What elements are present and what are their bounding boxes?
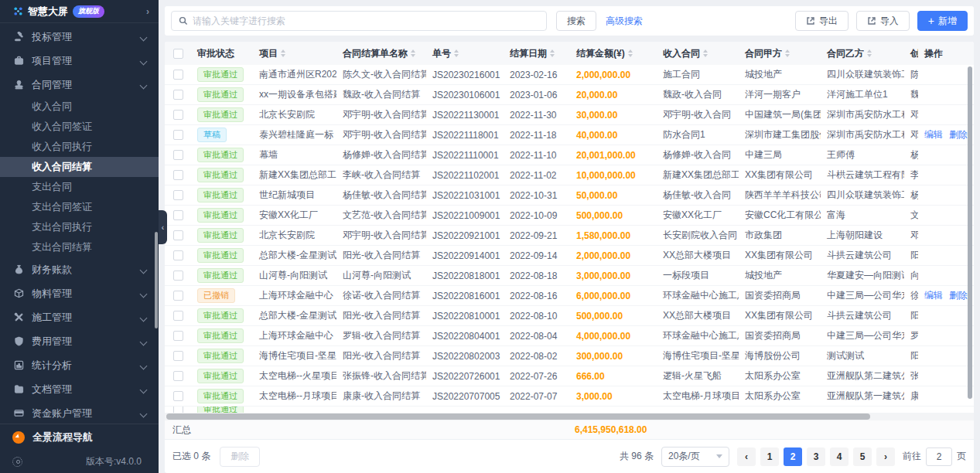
sort-icon[interactable] bbox=[867, 49, 872, 57]
advanced-search-link[interactable]: 高级搜索 bbox=[606, 15, 643, 28]
page-size-select[interactable]: 20条/页 bbox=[661, 447, 729, 467]
sort-icon[interactable] bbox=[550, 49, 555, 57]
sidebar-item[interactable]: 财务账款 bbox=[0, 257, 159, 281]
page-button[interactable]: 5 bbox=[853, 447, 872, 466]
status-badge: 审批通过 bbox=[197, 107, 244, 122]
row-checkbox[interactable] bbox=[173, 230, 183, 240]
header-party-a[interactable]: 合同甲方 bbox=[739, 42, 821, 65]
row-checkbox[interactable] bbox=[173, 351, 183, 361]
row-checkbox[interactable] bbox=[173, 210, 183, 220]
sort-icon[interactable] bbox=[411, 49, 415, 57]
add-button[interactable]: + 新增 bbox=[917, 11, 968, 31]
header-amount[interactable]: 结算金额(¥) bbox=[570, 42, 657, 65]
header-party-b[interactable]: 合同乙方 bbox=[821, 42, 904, 65]
cell-creator: 文 bbox=[904, 206, 918, 225]
row-checkbox[interactable] bbox=[173, 291, 183, 301]
cell-date: 2023-01-06 bbox=[504, 85, 570, 104]
select-all-checkbox[interactable] bbox=[173, 49, 183, 59]
row-checkbox[interactable] bbox=[173, 331, 183, 341]
cell-creator: 向 bbox=[904, 266, 918, 285]
page-button[interactable]: 3 bbox=[807, 447, 825, 466]
cell-no: JS20220726001 bbox=[426, 366, 504, 386]
cell-amount: 500,000.00 bbox=[570, 206, 657, 225]
page-button[interactable]: 1 bbox=[760, 447, 779, 466]
row-checkbox[interactable] bbox=[173, 250, 183, 260]
sidebar-item[interactable]: 资金账户管理 bbox=[0, 401, 159, 424]
row-checkbox[interactable] bbox=[173, 407, 183, 413]
delete-link[interactable]: 删除 bbox=[949, 128, 968, 141]
row-checkbox[interactable] bbox=[173, 170, 183, 180]
delete-selected-button[interactable]: 删除 bbox=[220, 447, 260, 467]
delete-link[interactable]: 删除 bbox=[949, 289, 968, 302]
row-checkbox[interactable] bbox=[173, 391, 183, 401]
search-button[interactable]: 搜索 bbox=[556, 11, 596, 31]
export-button[interactable]: 导出 bbox=[795, 11, 849, 31]
header-project[interactable]: 项目 bbox=[253, 42, 336, 65]
page-button[interactable]: 2 bbox=[784, 447, 802, 466]
gear-icon[interactable] bbox=[12, 457, 22, 467]
edit-link[interactable]: 编辑 bbox=[924, 289, 943, 302]
sidebar-item[interactable]: 费用管理 bbox=[0, 329, 159, 353]
prev-page-button[interactable]: ‹ bbox=[737, 447, 756, 466]
sidebar-subitem[interactable]: 收入合同签证 bbox=[0, 117, 159, 137]
sidebar-collapse-handle[interactable]: ‹ bbox=[159, 210, 167, 244]
sidebar-item-panorama[interactable]: 全景流程导航 bbox=[0, 424, 159, 450]
sidebar-item[interactable]: 投标管理 bbox=[0, 25, 159, 49]
sort-icon[interactable] bbox=[281, 49, 285, 57]
sidebar-subitem[interactable]: 支出合同 bbox=[0, 177, 159, 197]
app-logo[interactable]: 智慧大屏 旗舰版 › bbox=[0, 0, 159, 23]
sidebar-item[interactable]: 施工管理 bbox=[0, 305, 159, 329]
next-page-button[interactable]: › bbox=[876, 447, 895, 466]
cell-creator: 杨 bbox=[904, 145, 918, 165]
sort-icon[interactable] bbox=[628, 49, 633, 57]
sort-icon[interactable] bbox=[703, 49, 708, 57]
sort-icon[interactable] bbox=[454, 49, 459, 57]
sidebar-scrollbar[interactable] bbox=[155, 232, 158, 328]
row-checkbox[interactable] bbox=[173, 110, 183, 120]
page-button[interactable]: 4 bbox=[830, 447, 849, 466]
row-checkbox[interactable] bbox=[173, 271, 183, 281]
sidebar-item[interactable]: 合同管理 bbox=[0, 73, 159, 97]
edit-link[interactable]: 编辑 bbox=[924, 128, 943, 141]
row-checkbox[interactable] bbox=[173, 70, 183, 80]
header-income-contract[interactable]: 收入合同 bbox=[657, 42, 739, 65]
status-badge: 审批通过 bbox=[197, 228, 244, 243]
header-name[interactable]: 合同结算单名称 bbox=[336, 42, 426, 65]
cell-date: 2022-08-18 bbox=[504, 266, 570, 285]
vertical-scrollbar[interactable] bbox=[968, 66, 972, 399]
sidebar-subitem[interactable]: 支出合同执行 bbox=[0, 217, 159, 237]
row-checkbox[interactable] bbox=[173, 190, 183, 200]
sort-icon[interactable] bbox=[785, 49, 790, 57]
sidebar-item[interactable]: 统计分析 bbox=[0, 353, 159, 377]
cell-name: 杨修婵-收入合同结算 bbox=[336, 145, 426, 165]
sidebar-subitem[interactable]: 收入合同执行 bbox=[0, 137, 159, 157]
sidebar-subitem[interactable]: 支出合同签证 bbox=[0, 197, 159, 217]
sidebar-subitem[interactable]: 支出合同结算 bbox=[0, 237, 159, 257]
header-creator[interactable]: 创建人 bbox=[904, 42, 918, 65]
search-input[interactable] bbox=[193, 15, 539, 26]
sidebar-item[interactable]: 物料管理 bbox=[0, 281, 159, 305]
import-button[interactable]: 导入 bbox=[856, 11, 910, 31]
row-checkbox[interactable] bbox=[173, 90, 183, 100]
row-checkbox[interactable] bbox=[173, 150, 183, 160]
cell-no: JS20220804001 bbox=[426, 326, 504, 345]
header-date[interactable]: 结算日期 bbox=[504, 42, 570, 65]
header-status[interactable]: 审批状态 bbox=[191, 42, 253, 65]
search-box bbox=[171, 11, 547, 31]
horizontal-scrollbar[interactable] bbox=[165, 413, 974, 420]
sidebar-item[interactable]: 文档管理 bbox=[0, 377, 159, 401]
cell-party_a: 城投地产 bbox=[739, 65, 821, 84]
row-checkbox[interactable] bbox=[173, 311, 183, 321]
header-number[interactable]: 单号 bbox=[426, 42, 504, 65]
cell-project: 幕墙 bbox=[253, 145, 336, 165]
row-checkbox[interactable] bbox=[173, 371, 183, 381]
cell-project: 太空电梯--月球项目 bbox=[253, 386, 336, 406]
row-checkbox[interactable] bbox=[173, 130, 183, 140]
status-badge: 审批通过 bbox=[197, 87, 244, 102]
sidebar-subitem[interactable]: 收入合同 bbox=[0, 97, 159, 117]
sidebar-subitem[interactable]: 收入合同结算 bbox=[0, 157, 159, 177]
horizontal-scrollbar-thumb[interactable] bbox=[166, 413, 870, 420]
sidebar-item[interactable]: 项目管理 bbox=[0, 49, 159, 73]
cell-name: 罗辑-收入合同结算 bbox=[336, 326, 426, 345]
goto-page-input[interactable] bbox=[926, 447, 952, 466]
